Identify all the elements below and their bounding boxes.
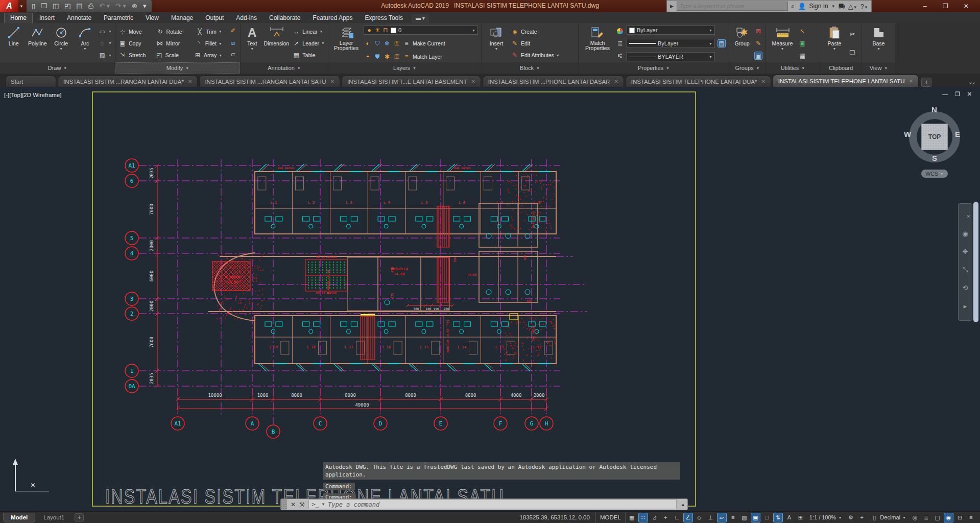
lineweight-icon[interactable]: ≡ (728, 513, 738, 522)
ribbon-tab-view[interactable]: View (140, 13, 164, 23)
customization-plus-icon[interactable]: + (857, 513, 867, 522)
autocad-logo-icon[interactable]: A (0, 0, 18, 12)
isolate-objects-icon[interactable]: ◎ (910, 513, 920, 522)
layer-isolate-icon[interactable]: ⛉ (373, 39, 381, 47)
table-button[interactable]: ▦Table (292, 51, 325, 60)
new-layout-button[interactable]: + (75, 513, 84, 521)
stretch-button[interactable]: ⇲Stretch (118, 51, 148, 60)
app-store-cart-icon[interactable]: ⛟ (839, 3, 845, 10)
list-properties-icon[interactable]: ▤ (718, 39, 726, 47)
zoom-extents-icon[interactable]: ⤡ (963, 266, 968, 274)
match-layer-button[interactable]: ≡Match Layer (402, 52, 442, 61)
sign-in-button[interactable]: Sign In (809, 3, 828, 10)
trim-button[interactable]: ╳Trim▼ (196, 27, 222, 36)
layer-prev-icon[interactable]: ✱ (383, 53, 391, 61)
text-button[interactable]: A Text▼ (244, 25, 260, 62)
layer-freeze-icon[interactable]: ❄ (383, 39, 391, 47)
viewcube-north[interactable]: N (931, 105, 937, 114)
quick-select-icon[interactable]: ↖ (798, 27, 806, 35)
save-as-icon[interactable]: ◰ (64, 0, 70, 12)
file-tab-5[interactable]: INSTALASI SISTIM TELEPHONE LANTAI DUA*✕ (626, 76, 771, 87)
ribbon-tab-add-ins[interactable]: Add-ins (230, 13, 262, 23)
color-select[interactable]: ByLayer▼ (627, 26, 715, 35)
block-create-button[interactable]: ◈Create (511, 27, 560, 36)
file-tab-close-icon[interactable]: ✕ (471, 79, 475, 84)
units-button[interactable]: ▯Decimal▼ (868, 513, 909, 522)
select-window-icon[interactable]: ▣ (798, 39, 806, 47)
file-tab-start[interactable]: Start (5, 76, 56, 87)
edit-attributes-button[interactable]: ✎Edit Attributes▼ (511, 51, 560, 60)
circle-button[interactable]: Circle▼ (51, 25, 72, 62)
annotation-visibility-icon[interactable]: A (784, 513, 794, 522)
viewcube[interactable]: N S W E TOP WCS▼ (908, 107, 961, 184)
layer-lock2-icon[interactable]: ⚿ (393, 53, 401, 61)
command-recent-icon[interactable]: ▼ (321, 502, 325, 507)
quick-properties-icon[interactable]: ≣ (921, 513, 931, 522)
sign-in-caret-icon[interactable]: ▼ (831, 4, 835, 9)
panel-label-groups[interactable]: Groups▼ (729, 62, 766, 74)
hatch-icon[interactable]: ▨ (98, 51, 106, 59)
tab-overflow-icon[interactable]: ⌄⌄ (968, 79, 975, 85)
move-button[interactable]: ⊹Move (118, 27, 149, 36)
panel-label-draw[interactable]: Draw▼ (0, 62, 115, 74)
ribbon-tab-annotate[interactable]: Annotate (61, 13, 97, 23)
viewcube-west[interactable]: W (904, 130, 911, 138)
ribbon-tab-output[interactable]: Output (200, 13, 229, 23)
redo-icon[interactable]: ↷ ▾ (115, 0, 126, 12)
panel-label-annotation[interactable]: Annotation▼ (241, 62, 328, 74)
panel-label-modify[interactable]: Modify▼ (115, 62, 240, 74)
autoscale-icon[interactable]: ⊞ (796, 513, 805, 522)
transparency-icon[interactable]: ▧ (739, 513, 749, 522)
insert-button[interactable]: Insert▼ (485, 25, 508, 62)
copy-clip-icon[interactable]: ❒ (848, 49, 856, 57)
viewcube-east[interactable]: E (955, 130, 960, 138)
layer-lock-icon[interactable]: ⚿ (393, 39, 401, 47)
autodesk-logo-icon[interactable]: △▼ (848, 3, 857, 10)
linetype-select[interactable]: BYLAYER▼ (627, 52, 715, 61)
ortho-mode-icon[interactable]: ∟ (672, 513, 682, 522)
panel-label-properties[interactable]: Properties▼ (579, 62, 729, 74)
block-edit-button[interactable]: ✎Edit (511, 38, 560, 48)
isodraft-icon[interactable]: ◇ (695, 513, 704, 522)
dynamic-ucs-icon[interactable]: ⇅ (773, 513, 783, 522)
showmotion-icon[interactable]: ▸ (964, 302, 967, 310)
command-input[interactable]: >_ ▼ Type a command (308, 500, 677, 509)
workspace-gear-icon[interactable]: ⚙ (846, 513, 855, 522)
rotate-button[interactable]: ↻Rotate (156, 27, 188, 36)
save-icon[interactable]: ◫ (53, 0, 59, 12)
file-tab-2[interactable]: INSTALASI SISTIM ...RANGAN LANTAI SATU✕ (199, 76, 340, 87)
layer-walk-icon[interactable]: ⛊ (373, 53, 381, 61)
navbar-handle[interactable] (973, 202, 978, 322)
match-properties-button[interactable]: Match Properties (582, 25, 613, 62)
drawing-viewport[interactable]: A16543210AA1ABCDEFGH20357600200060002000… (0, 87, 980, 511)
layer-properties-button[interactable]: Layer Properties (331, 25, 361, 62)
clean-screen-icon[interactable]: ⊡ (955, 513, 965, 522)
layout1-tab[interactable]: Layout1 (36, 513, 71, 522)
layer-unisolate-icon[interactable]: ◓ (364, 53, 372, 61)
model-tab[interactable]: Model (3, 513, 35, 522)
minimize-button[interactable]: – (918, 3, 931, 10)
polyline-button[interactable]: Polyline (27, 25, 49, 62)
file-tab-1[interactable]: INSTALASI SISTIM ...RANGAN LANTAI DUA*✕ (58, 76, 198, 87)
new-drawing-tab-button[interactable]: + (921, 78, 931, 87)
steering-wheel-icon[interactable]: ◉ (962, 230, 968, 237)
panel-label-layers[interactable]: Layers▼ (328, 62, 481, 74)
command-bar-grip[interactable] (281, 499, 287, 510)
selection-cycling-icon[interactable]: ▣ (751, 513, 760, 522)
file-tab-close-icon[interactable]: ✕ (188, 79, 192, 84)
model-space-toggle[interactable]: MODEL (595, 512, 626, 523)
orbit-icon[interactable]: ⟲ (963, 284, 968, 292)
command-bar[interactable]: ✕ ⚒ >_ ▼ Type a command ▲ (280, 498, 688, 510)
paste-button[interactable]: Paste▼ (823, 25, 846, 62)
command-close-icon[interactable]: ✕ (287, 501, 299, 508)
qat-customize-icon[interactable]: ▾ (143, 0, 147, 12)
workspace-icon[interactable]: ⊜ (132, 0, 137, 12)
ribbon-tab-home[interactable]: Home (4, 13, 33, 23)
viewcube-wcs-menu[interactable]: WCS▼ (921, 170, 948, 178)
osnap-tracking-icon[interactable]: ⊥ (706, 513, 715, 522)
search-icon[interactable]: ⌕ (791, 2, 795, 10)
scale-button[interactable]: ◰Scale (155, 51, 186, 60)
file-tab-close-icon[interactable]: ✕ (614, 79, 618, 84)
logo-caret-icon[interactable]: ▼ (19, 4, 23, 9)
file-tab-close-icon[interactable]: ✕ (330, 79, 334, 84)
